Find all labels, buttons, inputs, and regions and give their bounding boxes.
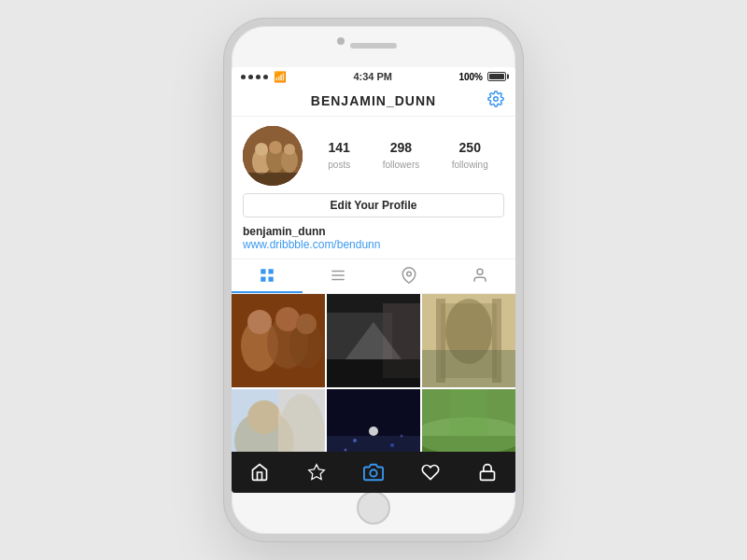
tab-list[interactable]	[303, 259, 374, 293]
grid-icon	[259, 267, 275, 284]
svg-point-17	[477, 269, 483, 274]
speaker-grille	[350, 43, 397, 49]
svg-rect-25	[232, 294, 325, 387]
home-button[interactable]	[357, 491, 390, 525]
svg-rect-34	[492, 299, 501, 383]
svg-rect-27	[327, 313, 392, 359]
bio-section: benjamin_dunn www.dribbble.com/bendunn	[232, 223, 515, 259]
battery-body	[487, 72, 506, 81]
svg-point-3	[255, 143, 268, 156]
followers-count: 298	[383, 140, 419, 155]
svg-rect-33	[436, 299, 445, 383]
tab-grid[interactable]	[232, 259, 303, 293]
tab-person[interactable]	[444, 259, 515, 293]
profile-header: BENJAMIN_DUNN	[232, 86, 515, 117]
camera-dot	[337, 37, 345, 45]
signal-dot	[248, 75, 253, 79]
svg-rect-26	[327, 294, 420, 387]
signal-dot	[241, 75, 246, 79]
heart-icon	[421, 463, 440, 482]
svg-rect-18	[232, 294, 325, 387]
svg-rect-9	[261, 269, 265, 273]
svg-rect-11	[261, 277, 265, 282]
svg-point-72	[370, 469, 376, 476]
battery-percent: 100%	[458, 72, 483, 82]
nav-camera[interactable]	[355, 454, 392, 491]
svg-rect-36	[422, 350, 515, 387]
nav-heart[interactable]	[412, 454, 449, 491]
svg-point-7	[284, 144, 295, 155]
avatar-image	[243, 126, 303, 186]
svg-point-44	[369, 427, 378, 436]
photo-3-svg	[422, 294, 515, 387]
profile-icon	[478, 463, 497, 482]
location-icon	[401, 267, 417, 284]
svg-point-48	[401, 435, 403, 438]
posts-count: 141	[328, 140, 350, 155]
svg-point-53	[422, 417, 515, 455]
stats-container: 141 posts 298 followers 250 following	[312, 140, 504, 172]
photo-2-svg	[327, 294, 420, 387]
signal-bars: 📶	[241, 71, 287, 83]
battery-fill	[489, 74, 504, 79]
svg-point-20	[247, 310, 272, 334]
person-icon	[472, 267, 488, 284]
following-count: 250	[452, 140, 488, 155]
posts-label: posts	[328, 160, 350, 170]
profile-info: 141 posts 298 followers 250 following	[232, 117, 515, 193]
svg-rect-31	[422, 294, 515, 387]
phone-screen: 📶 4:34 PM 100% BENJAMIN_DUNN	[232, 67, 515, 493]
stat-posts: 141 posts	[328, 140, 350, 172]
svg-point-46	[390, 443, 394, 447]
svg-rect-10	[269, 269, 274, 273]
list-icon	[330, 267, 346, 284]
edit-profile-button[interactable]: Edit Your Profile	[243, 193, 504, 217]
photo-cell[interactable]	[232, 294, 325, 387]
bottom-nav	[232, 452, 515, 493]
svg-point-45	[353, 439, 357, 442]
avatar-svg	[243, 126, 303, 186]
svg-point-0	[494, 96, 499, 101]
svg-rect-52	[422, 389, 515, 436]
svg-point-16	[407, 272, 412, 276]
photo-cell[interactable]	[422, 294, 515, 387]
svg-marker-29	[345, 322, 402, 359]
svg-point-24	[296, 314, 317, 334]
svg-point-23	[289, 322, 323, 369]
svg-rect-73	[480, 471, 494, 480]
svg-rect-30	[327, 359, 420, 387]
nav-home[interactable]	[241, 454, 278, 491]
tab-bar	[232, 259, 515, 294]
photo-cell[interactable]	[327, 294, 420, 387]
svg-point-19	[241, 319, 278, 371]
bio-link[interactable]: www.dribbble.com/bendunn	[243, 238, 504, 251]
following-label: following	[452, 160, 488, 170]
status-time: 4:34 PM	[353, 71, 392, 82]
svg-point-39	[247, 400, 281, 434]
phone-mockup: 📶 4:34 PM 100% BENJAMIN_DUNN	[224, 19, 523, 541]
signal-dot	[263, 75, 268, 79]
compass-icon	[307, 463, 326, 482]
tab-location[interactable]	[374, 259, 444, 293]
bio-name: benjamin_dunn	[243, 225, 504, 238]
status-right: 100%	[458, 72, 506, 82]
stat-following: 250 following	[452, 140, 488, 172]
photo-1-svg	[232, 294, 325, 387]
nav-explore[interactable]	[298, 454, 335, 491]
svg-rect-54	[450, 389, 487, 436]
settings-icon[interactable]	[487, 91, 504, 112]
home-icon	[250, 463, 269, 482]
svg-point-35	[445, 299, 492, 364]
avatar	[243, 126, 303, 186]
svg-point-21	[267, 316, 308, 369]
status-bar: 📶 4:34 PM 100%	[232, 67, 515, 86]
nav-profile[interactable]	[469, 454, 506, 491]
svg-rect-32	[441, 303, 497, 378]
wifi-icon: 📶	[274, 71, 287, 83]
stat-followers: 298 followers	[383, 140, 419, 172]
svg-marker-71	[309, 465, 325, 480]
camera-icon	[363, 462, 384, 483]
followers-label: followers	[383, 160, 419, 170]
svg-rect-28	[383, 303, 420, 378]
battery-icon	[486, 72, 506, 81]
